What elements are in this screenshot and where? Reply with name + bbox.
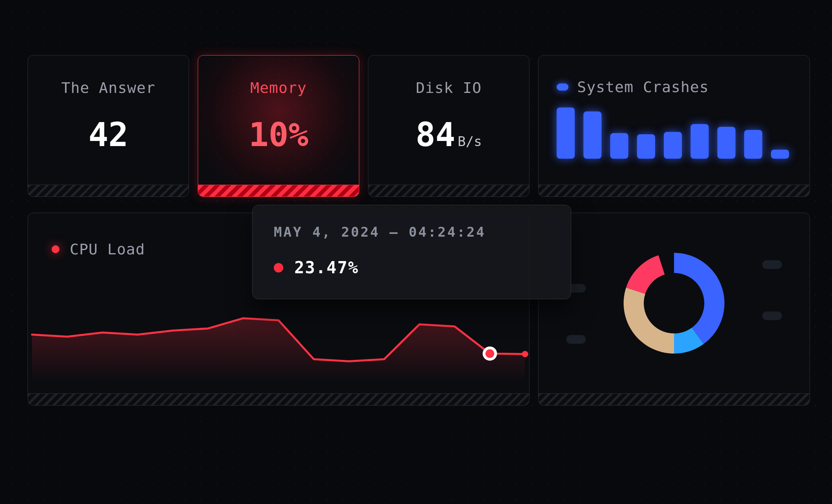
stat-card-diskio[interactable]: Disk IO 84B/s: [368, 55, 529, 197]
stat-number: 84: [416, 115, 455, 154]
svg-point-2: [522, 351, 528, 357]
chart-card-donut[interactable]: [538, 213, 810, 406]
stat-title: Memory: [198, 56, 359, 96]
card-resize-handle[interactable]: [539, 393, 810, 405]
bar: [637, 134, 655, 159]
card-resize-handle[interactable]: [539, 185, 810, 196]
bar-chart: [539, 107, 810, 167]
bar: [557, 107, 575, 159]
bar: [583, 111, 602, 159]
card-resize-handle[interactable]: [28, 393, 529, 405]
card-resize-handle[interactable]: [368, 185, 529, 196]
tooltip-timestamp: MAY 4, 2024 — 04:24:24: [274, 224, 550, 240]
bar: [744, 130, 762, 159]
stat-card-memory[interactable]: Memory 10%: [198, 55, 359, 197]
bar: [717, 127, 735, 159]
chart-card-crashes[interactable]: System Crashes: [538, 55, 810, 197]
card-resize-handle[interactable]: [198, 185, 359, 196]
legend-dot-icon: [274, 263, 283, 272]
bar: [691, 124, 709, 159]
bar: [664, 132, 682, 159]
dashboard-canvas: The Answer 42 Memory 10% Disk IO 84B/s: [0, 0, 832, 504]
donut-legend-pill: [566, 335, 586, 344]
stat-title: The Answer: [28, 56, 189, 96]
bar: [610, 133, 628, 159]
stat-value: 84B/s: [368, 115, 529, 154]
donut-legend-pill: [762, 260, 782, 269]
tooltip-value: 23.47%: [294, 258, 359, 277]
donut-legend-pill: [762, 311, 782, 320]
legend-dot-icon: [52, 245, 59, 253]
stat-unit: B/s: [458, 133, 482, 149]
legend-dot-icon: [557, 83, 568, 91]
chart-tooltip: MAY 4, 2024 — 04:24:24 23.47%: [252, 205, 571, 299]
svg-point-1: [485, 349, 494, 358]
donut-chart: [611, 240, 737, 366]
stat-value: 10%: [198, 115, 359, 154]
stat-card-answer[interactable]: The Answer 42: [28, 55, 189, 197]
bar: [771, 150, 789, 159]
chart-title: System Crashes: [577, 78, 709, 96]
card-resize-handle[interactable]: [28, 185, 189, 196]
stat-title: Disk IO: [368, 56, 529, 96]
stat-value: 42: [28, 115, 189, 154]
chart-title: CPU Load: [70, 241, 145, 258]
